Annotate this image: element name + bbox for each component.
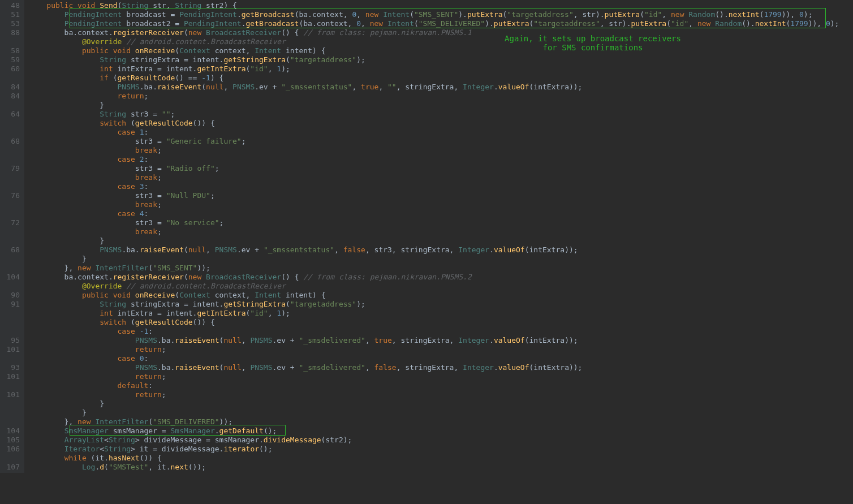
code-line[interactable]: }	[29, 101, 853, 110]
code-line[interactable]: str3 = "No service";	[29, 218, 853, 227]
line-number	[0, 119, 20, 128]
code-line[interactable]: PendingIntent broadcast2 = PendingIntent…	[29, 19, 853, 28]
line-number: 64	[0, 110, 20, 119]
line-number: 60	[0, 64, 20, 74]
code-line[interactable]: }	[29, 408, 853, 417]
code-line[interactable]: return;	[29, 345, 853, 354]
line-number: 48	[0, 1, 20, 10]
code-line[interactable]: switch (getResultCode()) {	[29, 119, 853, 128]
code-line[interactable]: public void onReceive(Context context, I…	[29, 291, 853, 300]
code-line[interactable]: String stringExtra = intent.getStringExt…	[29, 300, 853, 309]
line-number: 101	[0, 372, 20, 381]
line-number	[0, 146, 20, 155]
code-line[interactable]: while (it.hasNext()) {	[29, 454, 853, 463]
code-line[interactable]: return;	[29, 92, 853, 101]
code-line[interactable]: SmsManager smsManager = SmsManager.getDe…	[29, 427, 853, 436]
code-line[interactable]: case -1:	[29, 327, 853, 336]
line-number	[0, 354, 20, 363]
code-line[interactable]: ba.context.registerReceiver(new Broadcas…	[29, 28, 853, 37]
code-line[interactable]: PNSMS.ba.raiseEvent(null, PNSMS.ev + "_s…	[29, 363, 853, 372]
code-line[interactable]: PNSMS.ba.raiseEvent(null, PNSMS.ev + "_s…	[29, 245, 853, 255]
line-number	[0, 155, 20, 164]
line-number	[0, 37, 20, 46]
code-editor[interactable]: 4851538858596084846468797672681049091951…	[0, 0, 853, 473]
code-line[interactable]: break;	[29, 227, 853, 236]
code-line[interactable]: String stringExtra = intent.getStringExt…	[29, 55, 853, 64]
line-number	[0, 408, 20, 417]
line-number	[0, 255, 20, 264]
line-number: 101	[0, 345, 20, 354]
code-line[interactable]: case 0:	[29, 354, 853, 363]
line-number	[0, 309, 20, 318]
code-content[interactable]: Again, it sets up broadcast receivers fo…	[24, 0, 853, 473]
code-line[interactable]: }, new IntentFilter("SMS_DELIVERED"));	[29, 417, 853, 427]
line-number	[0, 209, 20, 218]
code-line[interactable]: return;	[29, 390, 853, 399]
line-number: 68	[0, 245, 20, 255]
line-number	[0, 173, 20, 182]
code-line[interactable]: }	[29, 255, 853, 264]
line-number: 84	[0, 92, 20, 101]
line-number: 105	[0, 436, 20, 445]
line-number	[0, 227, 20, 236]
line-number	[0, 381, 20, 390]
code-line[interactable]: if (getResultCode() == -1) {	[29, 74, 853, 83]
code-line[interactable]: }, new IntentFilter("SMS_SENT"));	[29, 264, 853, 273]
line-number	[0, 101, 20, 110]
code-line[interactable]: String str3 = "";	[29, 110, 853, 119]
line-number: 91	[0, 300, 20, 309]
code-line[interactable]: ArrayList<String> divideMessage = smsMan…	[29, 436, 853, 445]
line-number: 106	[0, 445, 20, 454]
line-number: 104	[0, 427, 20, 436]
code-line[interactable]: case 2:	[29, 155, 853, 164]
code-line[interactable]: @Override // android.content.BroadcastRe…	[29, 37, 853, 46]
line-number	[0, 327, 20, 336]
code-line[interactable]: @Override // android.content.BroadcastRe…	[29, 282, 853, 291]
line-number	[0, 454, 20, 463]
line-number: 107	[0, 463, 20, 472]
code-line[interactable]: break;	[29, 200, 853, 209]
code-line[interactable]: case 1:	[29, 128, 853, 137]
line-number	[0, 74, 20, 83]
code-line[interactable]: break;	[29, 146, 853, 155]
line-number	[0, 200, 20, 209]
line-number: 53	[0, 19, 20, 28]
code-line[interactable]: public void onReceive(Context context, I…	[29, 46, 853, 55]
code-line[interactable]: PNSMS.ba.raiseEvent(null, PNSMS.ev + "_s…	[29, 336, 853, 345]
code-line[interactable]: str3 = "Radio off";	[29, 164, 853, 173]
line-number	[0, 318, 20, 327]
code-line[interactable]: break;	[29, 173, 853, 182]
code-line[interactable]: }	[29, 236, 853, 245]
code-line[interactable]: int intExtra = intent.getIntExtra("id", …	[29, 64, 853, 74]
line-number: 88	[0, 28, 20, 37]
line-number-gutter: 4851538858596084846468797672681049091951…	[0, 0, 24, 473]
line-number	[0, 264, 20, 273]
line-number: 51	[0, 10, 20, 19]
line-number	[0, 417, 20, 427]
code-line[interactable]: public void Send(String str, String str2…	[29, 1, 853, 10]
code-line[interactable]: switch (getResultCode()) {	[29, 318, 853, 327]
line-number: 79	[0, 164, 20, 173]
code-line[interactable]: str3 = "Generic failure";	[29, 137, 853, 146]
line-number: 68	[0, 137, 20, 146]
line-number: 72	[0, 218, 20, 227]
line-number: 76	[0, 191, 20, 200]
code-line[interactable]: Log.d("SMSTest", it.next());	[29, 463, 853, 472]
code-line[interactable]: PendingIntent broadcast = PendingIntent.…	[29, 10, 853, 19]
code-line[interactable]: case 4:	[29, 209, 853, 218]
code-line[interactable]: ba.context.registerReceiver(new Broadcas…	[29, 273, 853, 282]
line-number: 104	[0, 273, 20, 282]
code-line[interactable]: int intExtra = intent.getIntExtra("id", …	[29, 309, 853, 318]
line-number	[0, 128, 20, 137]
line-number: 90	[0, 291, 20, 300]
code-line[interactable]: Iterator<String> it = divideMessage.iter…	[29, 445, 853, 454]
code-line[interactable]: }	[29, 399, 853, 408]
line-number: 84	[0, 83, 20, 92]
code-line[interactable]: PNSMS.ba.raiseEvent(null, PNSMS.ev + "_s…	[29, 83, 853, 92]
code-line[interactable]: default:	[29, 381, 853, 390]
code-line[interactable]: return;	[29, 372, 853, 381]
line-number: 58	[0, 46, 20, 55]
code-line[interactable]: str3 = "Null PDU";	[29, 191, 853, 200]
code-line[interactable]: case 3:	[29, 182, 853, 191]
line-number	[0, 236, 20, 245]
